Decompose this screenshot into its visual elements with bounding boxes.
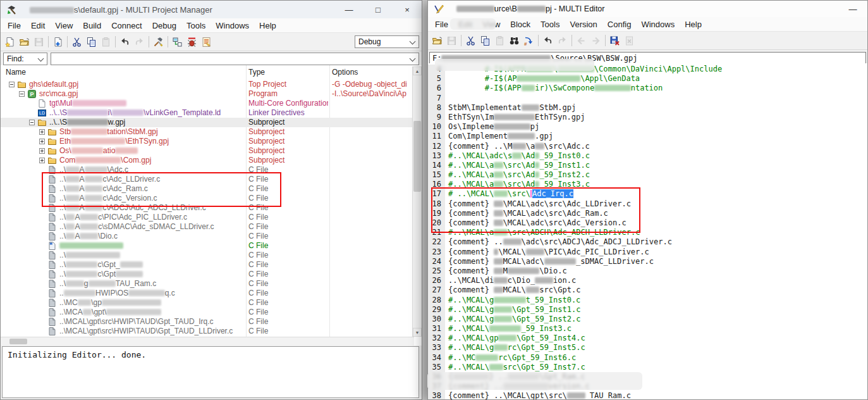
ed-menu-version[interactable]: Version xyxy=(565,20,602,29)
connect-target-icon[interactable] xyxy=(170,35,185,49)
expand-icon[interactable] xyxy=(39,148,45,154)
expand-icon[interactable] xyxy=(39,129,45,135)
find-icon[interactable] xyxy=(507,34,522,47)
copy-icon[interactable] xyxy=(478,34,492,47)
ed-minimize-button[interactable]: — xyxy=(838,1,867,17)
code-line[interactable]: 14#..\MCAL\a\src\Ad_59_Inst1.c xyxy=(428,161,867,170)
tree-row[interactable]: ghs\default.gpjTop Project-G -Odebug -ob… xyxy=(1,80,414,89)
code-line[interactable]: 27{comment} MCAL\src\Gpt.c xyxy=(428,285,867,295)
tree-row[interactable]: Eth\EthTSyn.gpjSubproject xyxy=(1,137,414,146)
tree-row[interactable]: ..\MCA\gpt\C File xyxy=(1,308,414,317)
pm-menu-view[interactable]: View xyxy=(50,21,78,30)
tree-row[interactable]: LD..\..\Si\\vLinkGen_Template.ldLinker D… xyxy=(1,108,414,118)
column-header-name[interactable]: Name xyxy=(6,68,26,77)
save-close-icon[interactable] xyxy=(608,34,622,47)
tree-horizontal-scrollbar[interactable] xyxy=(1,337,414,346)
scroll-down-icon[interactable]: ▼ xyxy=(413,328,422,337)
ed-menu-config[interactable]: Config xyxy=(602,20,637,29)
code-line[interactable]: 31#..\MCAL\_59_Inst3.c xyxy=(428,324,867,334)
code-line[interactable]: 13#..\MCAL\adc\s\Ad_59_Inst0.c xyxy=(428,151,867,161)
cut-icon[interactable] xyxy=(463,34,478,47)
code-line[interactable]: 23{comment} \MCAL\\PIC\Adc_PIC_LLDriver.… xyxy=(428,247,867,257)
tree-row[interactable]: Com\Com.gpjSubproject xyxy=(1,156,414,165)
goto-line-icon[interactable]: # xyxy=(522,34,536,47)
tree-vertical-scrollbar[interactable]: ▲ ▼ xyxy=(412,66,422,337)
ed-menu-block[interactable]: Block xyxy=(505,20,535,29)
ed-titlebar[interactable]: urce\Bpj - MULTI Editor — xyxy=(428,1,867,17)
undo-icon[interactable] xyxy=(541,34,555,47)
tree-row[interactable]: tgt\MulMulti-Core Configuration xyxy=(1,99,414,108)
tree-row[interactable]: ..\MC\gpC File xyxy=(1,298,414,308)
cut-icon[interactable] xyxy=(70,35,84,49)
code-line[interactable]: 35#..\MCAL\src\Gpt_59_Inst7.c xyxy=(428,363,867,372)
ed-menu-windows[interactable]: Windows xyxy=(636,20,680,29)
code-line[interactable]: 25{comment} M\Dio.c xyxy=(428,266,867,276)
tree-row[interactable]: ..\MCAL\gpt\src\HWIP\TAUD\Gpt_TAUD_LLDri… xyxy=(1,327,414,336)
pm-menu-windows[interactable]: Windows xyxy=(211,21,254,30)
new-file-icon[interactable] xyxy=(3,35,17,49)
code-line[interactable]: 34#..\MCrc\Gpt_59_Inst6.c xyxy=(428,353,867,363)
pm-titlebar[interactable]: s\default.gpj - MULTI Project Manager —□… xyxy=(1,1,422,18)
code-line[interactable]: 9EthTSyn\ImEthTSyn.gpj xyxy=(428,113,867,122)
ed-menu-tools[interactable]: Tools xyxy=(535,20,565,29)
code-line[interactable]: 12{comment} ..\M\a\src\Adc.c xyxy=(428,142,867,151)
code-line[interactable]: 11Com\Implement.gpj xyxy=(428,132,867,141)
tree-row[interactable]: ..\MCAL\gpt\src\HWIP\TAUD\Gpt_TAUD_Irq.c… xyxy=(1,317,414,327)
tree-row[interactable]: ..\gTAU_Ram.cC File xyxy=(1,279,414,289)
tree-row[interactable]: Psrc\mca.gpjProgram-I..\Source\DaVinci\A… xyxy=(1,89,414,99)
pm-close-button[interactable]: × xyxy=(393,1,422,18)
code-line[interactable]: 15#..\MCAL\a\src\Ad_59_Inst2.c xyxy=(428,170,867,180)
pm-menu-file[interactable]: File xyxy=(3,21,26,30)
tree-row[interactable]: C File xyxy=(1,241,414,251)
build-icon[interactable] xyxy=(151,35,166,49)
code-line[interactable]: 8StbM\ImplementatStbM.gpj xyxy=(428,103,867,113)
code-line[interactable]: 29#..\MCAL\g\Gpt_59_Inst1.c xyxy=(428,305,867,315)
code-line[interactable]: 24{comment} MCAL\adc\_sDMAC_LLDriver.c xyxy=(428,257,867,266)
pm-menu-tools[interactable]: Tools xyxy=(181,21,211,30)
tree-row[interactable]: Stbtation\StbM.gpjSubproject xyxy=(1,127,414,137)
code-line[interactable]: 26..\MCAL\dic\Dio_ion.c xyxy=(428,276,867,285)
code-line[interactable]: 7 xyxy=(428,94,867,103)
horizontal-scroll-thumb[interactable] xyxy=(9,339,27,344)
tree-row[interactable]: ..\c\Gpt_C File xyxy=(1,260,414,270)
code-line[interactable]: 28#..\MCAL\gt_59_Inst0.c xyxy=(428,296,867,305)
output-pane[interactable]: Initializing Editor... done. xyxy=(2,346,419,398)
open-folder-icon[interactable] xyxy=(17,35,32,49)
scroll-up-icon[interactable]: ▲ xyxy=(413,66,422,75)
expand-icon[interactable] xyxy=(39,139,45,144)
tree-row[interactable]: Os\atioSubproject xyxy=(1,146,414,156)
find-history-combo[interactable] xyxy=(51,53,419,65)
code-line[interactable]: 32#..\MCAL\gp\Gpt_59_Inst4.c xyxy=(428,334,867,343)
find-mode-combo[interactable]: Find: xyxy=(3,53,47,65)
collapse-icon[interactable] xyxy=(29,120,35,125)
ed-menu-help[interactable]: Help xyxy=(680,20,707,29)
code-line[interactable]: 22{comment} ..\adc\src\ADCJ\Adc_ADCJ_LLD… xyxy=(428,237,867,247)
code-line[interactable]: 6 #-I$(APPir)\SwComponentation xyxy=(428,84,867,93)
collapse-icon[interactable] xyxy=(9,82,15,87)
pm-menu-build[interactable]: Build xyxy=(78,21,106,30)
pm-maximize-button[interactable]: □ xyxy=(364,1,393,18)
tree-row[interactable]: ..\Ac\sDMAC\Adc_sDMAC_LLDriver.cC File xyxy=(1,222,414,232)
pm-minimize-button[interactable]: — xyxy=(334,1,364,18)
add-file-icon[interactable] xyxy=(51,35,65,49)
code-line[interactable]: 30#..\MCAL\g\Gpt_59_Inst2.c xyxy=(428,315,867,324)
code-line[interactable]: 10Os\Implemepj xyxy=(428,122,867,132)
expand-icon[interactable] xyxy=(39,158,45,163)
undo-icon[interactable] xyxy=(118,35,132,49)
code-line[interactable]: 5 #-I$(AP\Appl\GenData xyxy=(428,74,867,84)
debugger-icon[interactable] xyxy=(185,35,199,49)
tree-row[interactable]: ..HWIP\OSq.cC File xyxy=(1,289,414,298)
tree-row[interactable]: ..\A\Dio.cC File xyxy=(1,232,414,241)
tree-row[interactable]: ..\c\GptC File xyxy=(1,270,414,279)
copy-icon[interactable] xyxy=(84,35,99,49)
pm-menu-edit[interactable]: Edit xyxy=(26,21,50,30)
tree-row[interactable]: ..\Ac\PIC\Adc_PIC_LLDriver.cC File xyxy=(1,213,414,222)
tree-row[interactable]: ..\C File xyxy=(1,251,414,260)
pm-menu-debug[interactable]: Debug xyxy=(147,21,181,30)
tree-row[interactable]: ..\..\Sw.gpjSubproject xyxy=(1,118,414,127)
open-folder-icon[interactable] xyxy=(430,34,444,47)
build-config-combo[interactable]: Debug xyxy=(355,35,419,48)
collapse-icon[interactable] xyxy=(19,91,25,97)
column-header-options[interactable]: Options xyxy=(332,68,358,77)
pm-menu-connect[interactable]: Connect xyxy=(106,21,147,30)
